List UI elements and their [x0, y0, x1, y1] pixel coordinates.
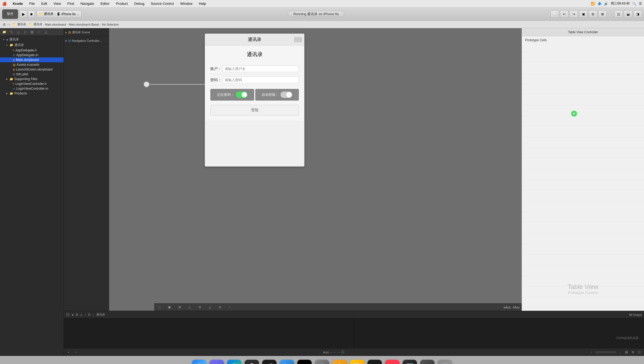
breadcrumb-root[interactable]: 📁 通讯录 › [13, 22, 28, 26]
debug-icon-4[interactable]: △ [80, 313, 82, 316]
version-editor[interactable]: ⊞ [598, 10, 607, 18]
dock-settings[interactable]: ⚙️ [315, 360, 329, 364]
debug-icon-1[interactable]: ⬛ [66, 313, 70, 316]
dock-launchpad[interactable]: 🚀 [210, 360, 224, 364]
nav-search-icon[interactable]: ⌥ [9, 29, 14, 35]
scene-item-tongxunlu[interactable]: ▶ ▨ 通讯录 Scene [64, 29, 109, 35]
back-button[interactable]: ‹ [7, 23, 9, 26]
dock-sketch[interactable]: 💎 [332, 360, 347, 364]
info-btn-status[interactable]: ⓘ [341, 350, 344, 354]
search-icon[interactable]: 🔍 [632, 2, 636, 6]
canvas-align-btn[interactable]: ⊟ [197, 304, 203, 310]
output-info-btn[interactable]: ⓘ [637, 350, 642, 355]
scheme-selector[interactable]: 📁 通讯录 › 📱 iPhone 6s ⌄ [37, 10, 82, 18]
nav-warning-icon[interactable]: △ [15, 29, 21, 35]
debug-icon-6[interactable]: ⊡ [88, 313, 90, 316]
nav-item-products[interactable]: ▶ 📁 Products [0, 91, 64, 96]
canvas-pin-btn[interactable]: △ [187, 304, 193, 310]
canvas-embed-btn[interactable]: ⊡ [217, 304, 223, 310]
menu-navigate[interactable]: Navigate [79, 1, 96, 6]
forward-btn-status[interactable]: → [337, 351, 340, 354]
nav-item-supporting-files[interactable]: ▶ 📁 Supporting Files [0, 77, 64, 81]
dock-safari[interactable]: 🧭 [227, 360, 241, 364]
canvas-back-btn[interactable]: ⬛ [156, 304, 162, 310]
standard-editor[interactable]: ▣ [579, 10, 588, 18]
breadcrumb-base[interactable]: Main.storyboard (Base) › [69, 23, 101, 26]
dock-finder[interactable]: 😊 [192, 360, 206, 364]
menu-xcode[interactable]: Xcode [11, 1, 24, 6]
output-selector[interactable]: All Output [629, 313, 642, 316]
dock-mouse[interactable]: 🖱️ [245, 360, 259, 364]
dock-music[interactable]: 🎵 [385, 360, 399, 364]
breadcrumb-selection[interactable]: No Selection [102, 23, 119, 26]
storyboard-canvas[interactable]: ▶ ▨ 通讯录 Scene ▶ ▤ Navigation Controller.… [64, 28, 644, 311]
auto-login-toggle[interactable] [281, 92, 292, 98]
canvas[interactable]: ○ 通讯录 通讯录 账户： [109, 28, 644, 311]
menu-file[interactable]: File [28, 1, 36, 6]
breadcrumb-group[interactable]: 📁 通讯录 › [29, 22, 44, 26]
menu-source-control[interactable]: Source Control [149, 1, 175, 6]
menu-product[interactable]: Product [114, 1, 129, 6]
auto-chevron[interactable]: ⌄ [330, 350, 332, 354]
nav-diamond-icon[interactable]: ◇ [22, 29, 28, 35]
menu-edit[interactable]: Edit [40, 1, 49, 6]
run-button[interactable]: ▶ [20, 10, 27, 18]
menu-help[interactable]: Help [197, 1, 208, 6]
menu-view[interactable]: View [52, 1, 62, 6]
navigator-icon[interactable]: ⊟ [2, 22, 7, 27]
dock-screen[interactable]: 🖥️ [403, 360, 417, 364]
dock-trash[interactable]: 🗑️ [438, 360, 452, 364]
back-forward[interactable]: ↩ [560, 10, 568, 18]
nav-item-appdelegate-h[interactable]: h AppDelegate.h [0, 48, 64, 53]
menu-find[interactable]: Find [66, 1, 76, 6]
nav-item-group[interactable]: ▼ 📁 通讯录 [0, 42, 64, 48]
nav-item-loginvc-m[interactable]: m LoginViewController.m [0, 86, 64, 91]
menu-window[interactable]: Window [179, 1, 194, 6]
dock-notes[interactable]: 📝 [350, 360, 364, 364]
menu-debug[interactable]: Debug [133, 1, 146, 6]
nav-item-loginvc-h[interactable]: h LoginViewController.h [0, 81, 64, 86]
scroll-right-btn[interactable]: ↓ [617, 350, 623, 355]
canvas-forward-btn[interactable]: ▣ [166, 304, 172, 310]
debug-icon-3[interactable]: ⊟ [76, 313, 78, 316]
login-button[interactable]: 登陆 [210, 105, 299, 115]
nav-item-main-storyboard[interactable]: ◈ Main.storyboard [0, 57, 64, 62]
debug-icon-2[interactable]: ● [72, 313, 74, 316]
apple-menu[interactable]: 🍎 [2, 2, 7, 6]
output-expand-btn[interactable]: ⊟ [630, 350, 635, 355]
scroll-bar[interactable] [595, 351, 616, 353]
debug-icon-7[interactable]: ↓ [93, 313, 94, 316]
nav-item-appdelegate-m[interactable]: m AppDelegate.m [0, 53, 64, 57]
account-input[interactable] [222, 65, 299, 72]
output-type-btn[interactable]: ▤ [624, 350, 629, 355]
password-input[interactable] [222, 77, 299, 83]
stop-button[interactable]: ■ [28, 10, 35, 18]
pause-button[interactable]: 暂停 [2, 9, 18, 19]
hide-utilities[interactable]: ◨ [633, 10, 642, 18]
forward-button[interactable]: › [9, 23, 10, 26]
add-prototype-cell-button[interactable]: + [571, 111, 577, 117]
nav-item-launch-storyboard[interactable]: ◈ LaunchScreen.storyboard [0, 67, 64, 72]
hide-debug[interactable]: ⬓ [624, 10, 632, 18]
nav-item-assets[interactable]: ▨ Assets.xcassets [0, 62, 64, 67]
canvas-issue-btn[interactable]: △ [207, 304, 213, 310]
dock-quicktime[interactable]: 🎬 [262, 360, 277, 364]
add-file-button[interactable]: + [66, 350, 71, 355]
remember-toggle[interactable] [236, 92, 248, 98]
dock-iphone[interactable]: 📱 [420, 360, 434, 364]
back-btn-status[interactable]: ← [333, 351, 336, 354]
status-icon-2[interactable]: ○ [73, 350, 79, 355]
forward-btn[interactable]: ↪ [570, 10, 578, 18]
scene-item-navcontroller[interactable]: ▶ ▤ Navigation Controller... [64, 38, 109, 43]
assistant-editor[interactable]: ⊟ [589, 10, 597, 18]
dock-xcode[interactable]: 🔧 [280, 360, 294, 364]
nav-person-icon[interactable]: △ [43, 29, 48, 35]
nav-clock-icon[interactable]: ○ [36, 29, 41, 35]
nav-item-root[interactable]: ▼ ■ 通讯录 [0, 37, 64, 42]
scroll-left-btn[interactable]: ↑ [589, 350, 594, 355]
breadcrumb-storyboard[interactable]: Main.storyboard › [45, 23, 68, 26]
menu-editor[interactable]: Editor [99, 1, 111, 6]
nav-list-icon[interactable]: ▤ [29, 29, 35, 35]
menu-icon[interactable]: ☰ [639, 2, 642, 6]
navigator-toggle[interactable]: ⬜ [550, 10, 559, 18]
